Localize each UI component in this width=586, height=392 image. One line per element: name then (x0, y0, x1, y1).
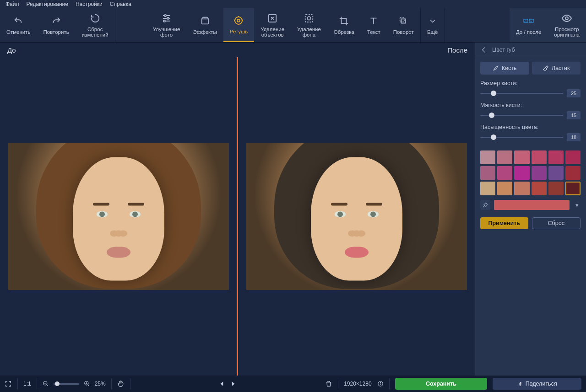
eyedropper-button[interactable] (480, 200, 490, 210)
color-swatch[interactable] (497, 150, 512, 164)
main-toolbar: Отменить Повторить Сброс изменений Улучш… (0, 8, 586, 43)
color-swatch[interactable] (532, 166, 547, 180)
color-swatch[interactable] (548, 150, 564, 164)
rotate-label: Поворот (393, 29, 414, 35)
redo-label: Повторить (43, 29, 69, 35)
color-swatch[interactable] (497, 166, 512, 180)
menu-edit[interactable]: Редактирование (27, 1, 68, 7)
more-button[interactable]: Ещё (421, 8, 445, 42)
color-swatch[interactable] (514, 150, 529, 164)
hand-tool-icon[interactable] (117, 380, 125, 387)
svg-rect-10 (305, 15, 313, 22)
color-swatch[interactable] (565, 182, 581, 195)
brush-soft-label: Мягкость кисти: (480, 102, 581, 108)
apply-button[interactable]: Применить (480, 217, 528, 229)
next-image-icon[interactable] (230, 381, 236, 387)
redo-button[interactable]: Повторить (37, 8, 76, 42)
zoom-slider[interactable] (54, 383, 79, 385)
right-panel: Цвет губ Кисть Ластик Размер кисти: 25 М… (475, 43, 586, 376)
chevron-down-icon (427, 16, 438, 27)
before-after-button[interactable]: До / после (510, 8, 548, 42)
text-icon (368, 16, 379, 27)
remove-bg-label: Удаление фона (297, 27, 321, 38)
remove-objects-button[interactable]: Удаление объектов (254, 8, 291, 42)
crop-label: Обрезка (334, 29, 354, 35)
enhance-button[interactable]: Улучшение фото (146, 8, 187, 42)
color-swatch[interactable] (480, 182, 495, 195)
color-swatch[interactable] (514, 182, 529, 195)
svg-rect-12 (402, 19, 406, 23)
redo-icon (51, 16, 62, 27)
effects-button[interactable]: Эффекты (186, 8, 223, 42)
save-button[interactable]: Сохранить (395, 378, 488, 390)
enhance-label: Улучшение фото (153, 27, 180, 38)
facebook-icon (517, 381, 523, 387)
brush-soft-value: 15 (567, 111, 581, 119)
before-pane (0, 57, 237, 376)
reset-icon (90, 13, 101, 24)
svg-rect-6 (201, 19, 208, 24)
after-label: После (447, 46, 467, 54)
color-swatch[interactable] (480, 150, 495, 164)
rotate-icon (398, 16, 409, 27)
color-dropdown-arrow[interactable]: ▾ (573, 200, 581, 210)
zoom-in-icon[interactable] (84, 381, 90, 387)
remove-bg-button[interactable]: Удаление фона (291, 8, 327, 42)
share-button[interactable]: Поделиться (493, 378, 581, 390)
color-swatch[interactable] (514, 166, 529, 180)
menu-file[interactable]: Файл (5, 1, 19, 7)
fullscreen-icon[interactable] (5, 380, 12, 387)
brush-size-slider[interactable] (480, 93, 563, 94)
text-label: Текст (367, 29, 380, 35)
status-bar: 1:1 25% 1920×1280 Сохранить Поделиться (0, 376, 586, 392)
saturation-slider[interactable] (480, 137, 563, 138)
effects-icon (200, 16, 211, 27)
retouch-button[interactable]: Ретушь (223, 8, 255, 42)
back-arrow-icon[interactable] (480, 46, 488, 54)
remove-objects-label: Удаление объектов (260, 27, 284, 38)
brush-tab[interactable]: Кисть (480, 62, 529, 75)
delete-icon[interactable] (325, 380, 332, 387)
menu-bar: Файл Редактирование Настройки Справка (0, 0, 586, 8)
cancel-button[interactable]: Сброс (532, 217, 581, 229)
remove-objects-icon (267, 13, 278, 24)
menu-settings[interactable]: Настройки (76, 1, 103, 7)
undo-icon (13, 16, 24, 27)
zoom-1to1[interactable]: 1:1 (23, 381, 31, 387)
info-icon[interactable] (377, 381, 384, 387)
undo-button[interactable]: Отменить (0, 8, 37, 42)
canvas-area[interactable]: До После (0, 43, 475, 376)
svg-point-7 (235, 17, 242, 24)
retouch-icon (233, 15, 244, 26)
color-swatch[interactable] (565, 150, 581, 164)
color-swatch[interactable] (548, 166, 564, 180)
eye-icon (561, 13, 572, 24)
brush-size-label: Размер кисти: (480, 80, 581, 86)
color-swatch[interactable] (497, 182, 512, 195)
svg-point-4 (167, 17, 169, 19)
brush-soft-slider[interactable] (480, 115, 563, 116)
menu-help[interactable]: Справка (110, 1, 131, 7)
color-swatch[interactable] (532, 150, 547, 164)
color-swatch[interactable] (480, 166, 495, 180)
color-swatches (480, 150, 581, 195)
svg-point-5 (163, 20, 165, 22)
eraser-tab[interactable]: Ластик (532, 62, 581, 75)
current-color-bar[interactable] (494, 200, 570, 210)
text-button[interactable]: Текст (361, 8, 387, 42)
workspace: До После (0, 43, 586, 376)
zoom-out-icon[interactable] (43, 381, 49, 387)
reset-button[interactable]: Сброс изменений (76, 8, 115, 42)
color-swatch[interactable] (548, 182, 564, 195)
crop-button[interactable]: Обрезка (327, 8, 361, 42)
color-swatch[interactable] (565, 166, 581, 180)
eraser-icon (543, 65, 549, 71)
view-original-button[interactable]: Просмотр оригинала (548, 8, 586, 42)
saturation-label: Насыщенность цвета: (480, 124, 581, 130)
rotate-button[interactable]: Поворот (387, 8, 421, 42)
effects-label: Эффекты (193, 29, 217, 35)
color-swatch[interactable] (532, 182, 547, 195)
retouch-label: Ретушь (230, 29, 248, 34)
prev-image-icon[interactable] (219, 381, 225, 387)
svg-point-8 (237, 19, 240, 22)
